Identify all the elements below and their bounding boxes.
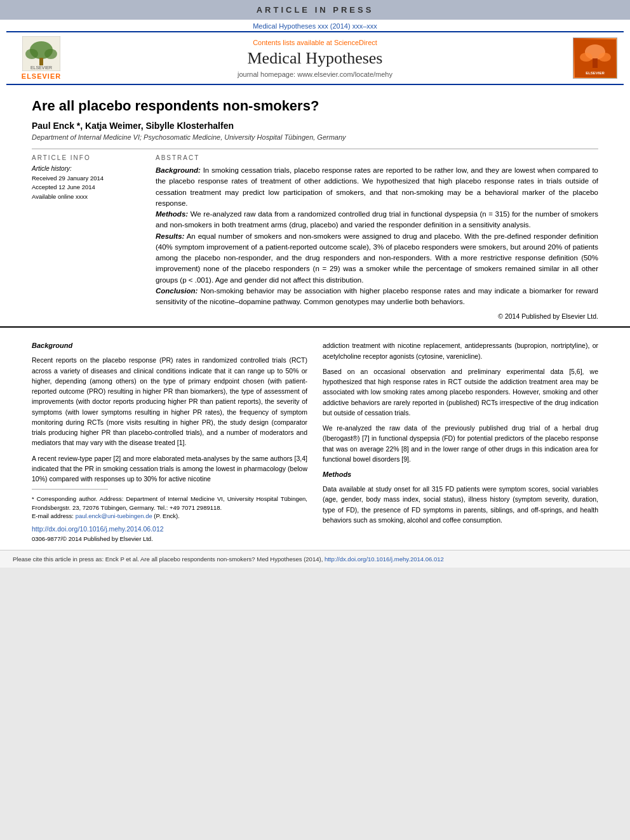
conclusion-label: Conclusion: <box>156 287 198 295</box>
article-in-press-banner: ARTICLE IN PRESS <box>0 0 630 20</box>
email-link[interactable]: paul.enck@uni-tuebingen.de <box>76 512 152 519</box>
svg-point-10 <box>598 53 611 62</box>
elsevier-logo-right: ELSEVIER <box>560 37 617 79</box>
journal-homepage: journal homepage: www.elsevier.com/locat… <box>70 70 560 78</box>
journal-title: Medical Hypotheses <box>70 49 560 68</box>
svg-text:ELSEVIER: ELSEVIER <box>586 71 605 75</box>
methods-section-heading: Methods <box>323 469 598 480</box>
body-col2-para3: We re-analyzed the raw data of the previ… <box>323 423 598 464</box>
svg-rect-2 <box>39 58 43 65</box>
cite-link[interactable]: http://dx.doi.org/10.1016/j.mehy.2014.06… <box>325 556 444 563</box>
footnote-address: * Corresponding author. Address: Departm… <box>32 495 307 512</box>
header-divider <box>32 149 598 149</box>
article-dates: Received 29 January 2014 Accepted 12 Jun… <box>32 174 143 201</box>
body-col2-para1: addiction treatment with nicotine replac… <box>323 340 598 361</box>
email-label: E-mail address: <box>32 512 76 519</box>
right-logo-box: ELSEVIER <box>573 37 617 79</box>
article-content: Are all placebo respondents non-smokers?… <box>0 85 630 326</box>
email-suffix: (P. Enck). <box>152 512 180 519</box>
journal-info-bar: Medical Hypotheses xxx (2014) xxx–xxx <box>0 20 630 31</box>
footnote-divider <box>32 489 108 490</box>
body-two-col: Background Recent reports on the placebo… <box>32 340 598 543</box>
right-logo-icon: ELSEVIER <box>575 39 616 77</box>
info-abstract-section: ARTICLE INFO Article history: Received 2… <box>32 154 598 320</box>
abstract-copyright: © 2014 Published by Elsevier Ltd. <box>156 312 598 320</box>
cite-bar: Please cite this article in press as: En… <box>0 550 630 568</box>
body-copyright: 0306-9877/© 2014 Published by Elsevier L… <box>32 535 307 544</box>
article-history-label: Article history: <box>32 165 143 172</box>
sciencedirect-link-text[interactable]: ScienceDirect <box>334 39 377 46</box>
journal-center: Contents lists available at ScienceDirec… <box>70 39 560 78</box>
results-text: An equal number of smokers and non-smoke… <box>156 232 598 284</box>
elsevier-logo-left: ELSEVIER ELSEVIER <box>13 36 70 80</box>
footnote-text: * Corresponding author. Address: Departm… <box>32 495 307 520</box>
body-col2-para2: Based on an occasional observation and p… <box>323 366 598 418</box>
elsevier-tree-icon: ELSEVIER <box>22 36 60 71</box>
body-col-right: addiction treatment with nicotine replac… <box>323 340 598 543</box>
svg-rect-8 <box>593 58 598 68</box>
authors: Paul Enck *, Katja Weimer, Sibylle Klost… <box>32 121 598 131</box>
body-para-2: A recent review-type paper [2] and more … <box>32 453 307 484</box>
journal-header: ELSEVIER ELSEVIER Contents lists availab… <box>6 31 624 85</box>
affiliation: Department of Internal Medicine VI; Psyc… <box>32 133 598 141</box>
article-info-heading: ARTICLE INFO <box>32 154 143 161</box>
article-title: Are all placebo respondents non-smokers? <box>32 98 598 114</box>
methods-text: We re-analyzed raw data from a randomize… <box>156 210 598 229</box>
cite-text: Please cite this article in press as: En… <box>13 556 325 563</box>
available-online: Available online xxxx <box>32 192 143 201</box>
sciencedirect-line: Contents lists available at ScienceDirec… <box>70 39 560 46</box>
footnote-email-line: E-mail address: paul.enck@uni-tuebingen.… <box>32 512 307 520</box>
banner-text: ARTICLE IN PRESS <box>257 5 374 15</box>
body-col-left: Background Recent reports on the placebo… <box>32 340 307 543</box>
doi-line: http://dx.doi.org/10.1016/j.mehy.2014.06… <box>32 524 307 534</box>
received-date: Received 29 January 2014 <box>32 174 143 183</box>
contents-text: Contents lists available at <box>253 39 334 46</box>
abstract-col: ABSTRACT Background: In smoking cessatio… <box>156 154 598 320</box>
doi-link[interactable]: http://dx.doi.org/10.1016/j.mehy.2014.06… <box>32 525 164 533</box>
body-para-1: Recent reports on the placebo response (… <box>32 355 307 448</box>
svg-point-9 <box>580 53 593 62</box>
methods-label: Methods: <box>156 210 188 218</box>
background-label: Background: <box>156 166 201 174</box>
svg-point-4 <box>44 49 57 59</box>
background-text: In smoking cessation trials, placebo res… <box>156 166 598 207</box>
article-info-col: ARTICLE INFO Article history: Received 2… <box>32 154 143 320</box>
body-col2-methods-para: Data available at study onset for all 31… <box>323 484 598 525</box>
abstract-text: Background: In smoking cessation trials,… <box>156 165 598 307</box>
accepted-date: Accepted 12 June 2014 <box>32 183 143 192</box>
abstract-heading: ABSTRACT <box>156 154 598 161</box>
svg-text:ELSEVIER: ELSEVIER <box>30 65 52 70</box>
svg-point-3 <box>25 49 38 59</box>
journal-issue-text: Medical Hypotheses xxx (2014) xxx–xxx <box>253 22 377 30</box>
elsevier-brand-text: ELSEVIER <box>22 72 61 80</box>
results-label: Results: <box>156 232 184 240</box>
background-section-heading: Background <box>32 340 307 351</box>
authors-text: Paul Enck *, Katja Weimer, Sibylle Klost… <box>32 121 234 131</box>
page-wrapper: ARTICLE IN PRESS Medical Hypotheses xxx … <box>0 0 630 568</box>
body-section: Background Recent reports on the placebo… <box>0 326 630 550</box>
conclusion-text: Non-smoking behavior may be association … <box>156 287 598 305</box>
